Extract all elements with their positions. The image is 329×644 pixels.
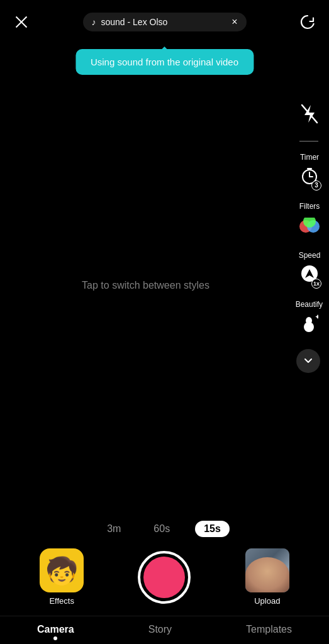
nav-camera[interactable]: Camera [27,621,84,638]
filters-icon [296,213,323,240]
tooltip-bubble: Using sound from the original video [75,49,254,75]
record-button[interactable] [138,551,191,604]
upload-label: Upload [254,596,280,606]
timer-control[interactable]: Timer 3 [296,153,323,191]
duration-bar: 3m 60s 15s [0,512,329,543]
upload-thumb-face [245,557,289,592]
duration-15s[interactable]: 15s [195,521,230,537]
timer-badge: 3 [311,180,321,191]
upload-thumbnail [245,548,289,592]
upload-thumb-image [245,548,289,592]
svg-point-10 [306,317,312,325]
speed-label: Speed [299,251,321,260]
nav-templates[interactable]: Templates [236,621,302,638]
right-controls: Timer 3 Filters Speed [296,101,323,373]
record-inner [143,557,185,598]
timer-icon: 3 [296,164,323,191]
main-controls: 🧒 Effects Upload [0,543,329,616]
speed-badge: 1x [311,279,321,289]
pill-close-icon[interactable]: × [231,16,237,28]
switch-styles-hint: Tap to switch between styles [0,280,291,291]
sound-text: sound - Lex Olso [101,17,227,27]
bottom-section: 3m 60s 15s 🧒 Effects Uplo [0,512,329,644]
effects-icon: 🧒 [40,548,84,592]
filters-label: Filters [299,202,320,211]
beautify-control[interactable]: Beautify ✦ [296,300,323,338]
effects-button[interactable]: 🧒 Effects [40,548,84,606]
close-button[interactable] [10,11,33,33]
timer-label: Timer [300,153,319,162]
duration-3m[interactable]: 3m [99,521,128,537]
flash-control[interactable] [296,101,323,127]
beautify-label: Beautify [296,300,323,309]
svg-text:✦: ✦ [315,313,318,321]
more-controls-button[interactable] [296,349,320,373]
duration-60s[interactable]: 60s [146,521,177,537]
flash-icon [296,101,323,127]
speed-control[interactable]: Speed 1x [296,251,323,289]
beautify-icon: ✦ [296,311,322,338]
header: ♪ sound - Lex Olso × [0,0,329,44]
sound-pill[interactable]: ♪ sound - Lex Olso × [83,13,247,31]
tooltip-text: Using sound from the original video [91,57,238,67]
filters-control[interactable]: Filters [296,202,323,240]
teen-emoji: 🧒 [45,555,78,586]
svg-rect-2 [307,168,312,170]
nav-story[interactable]: Story [138,621,182,638]
upload-button[interactable]: Upload [245,548,289,606]
bottom-nav: Camera Story Templates [0,616,329,644]
speed-icon: 1x [296,262,323,289]
effects-label: Effects [49,596,74,606]
separator [299,141,318,142]
music-icon: ♪ [92,17,96,27]
refresh-button[interactable] [296,11,319,33]
